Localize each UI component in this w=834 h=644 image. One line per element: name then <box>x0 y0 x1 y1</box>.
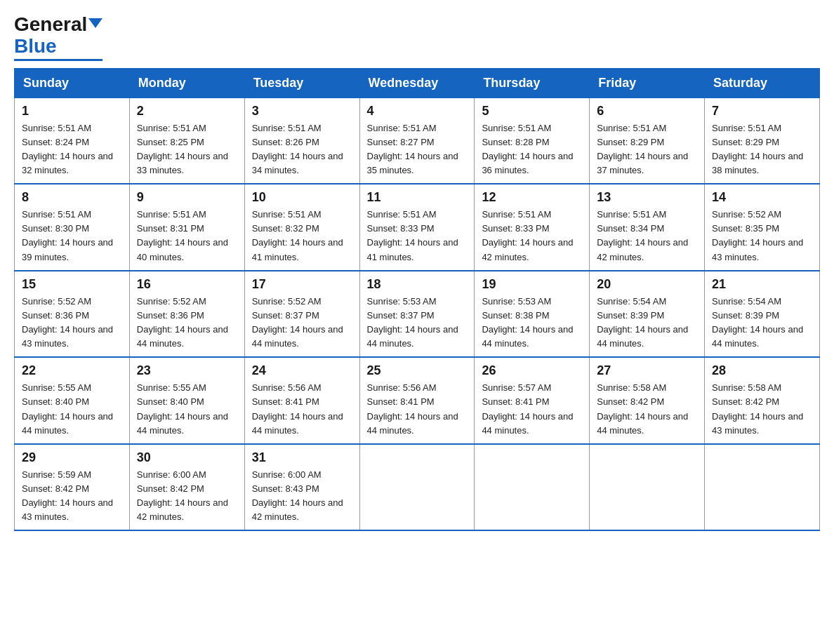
logo-underline <box>14 59 102 61</box>
calendar-cell: 26Sunrise: 5:57 AMSunset: 8:41 PMDayligh… <box>475 357 590 444</box>
day-number: 2 <box>137 104 237 119</box>
day-number: 6 <box>597 104 697 119</box>
day-number: 17 <box>252 277 352 292</box>
calendar-cell <box>359 444 475 531</box>
calendar-cell: 31Sunrise: 6:00 AMSunset: 8:43 PMDayligh… <box>244 444 359 531</box>
day-info: Sunrise: 5:52 AMSunset: 8:36 PMDaylight:… <box>137 295 237 351</box>
calendar-week-1: 1Sunrise: 5:51 AMSunset: 8:24 PMDaylight… <box>15 98 820 184</box>
calendar-cell: 4Sunrise: 5:51 AMSunset: 8:27 PMDaylight… <box>359 98 475 184</box>
calendar-cell: 18Sunrise: 5:53 AMSunset: 8:37 PMDayligh… <box>359 271 475 358</box>
day-number: 12 <box>482 190 582 205</box>
day-info: Sunrise: 5:51 AMSunset: 8:30 PMDaylight:… <box>22 208 122 264</box>
day-number: 9 <box>137 190 237 205</box>
day-number: 3 <box>252 104 352 119</box>
day-number: 4 <box>367 104 468 119</box>
calendar-cell: 16Sunrise: 5:52 AMSunset: 8:36 PMDayligh… <box>129 271 244 358</box>
day-info: Sunrise: 5:51 AMSunset: 8:32 PMDaylight:… <box>252 208 352 264</box>
day-number: 29 <box>22 450 122 465</box>
weekday-header-monday: Monday <box>129 68 244 98</box>
day-number: 8 <box>22 190 122 205</box>
calendar-week-3: 15Sunrise: 5:52 AMSunset: 8:36 PMDayligh… <box>15 271 820 358</box>
logo: General Blue <box>14 14 102 61</box>
day-number: 11 <box>367 190 468 205</box>
calendar-cell: 28Sunrise: 5:58 AMSunset: 8:42 PMDayligh… <box>705 357 820 444</box>
calendar-cell: 20Sunrise: 5:54 AMSunset: 8:39 PMDayligh… <box>590 271 705 358</box>
weekday-header-saturday: Saturday <box>705 68 820 98</box>
day-info: Sunrise: 5:54 AMSunset: 8:39 PMDaylight:… <box>712 295 812 351</box>
calendar-cell: 14Sunrise: 5:52 AMSunset: 8:35 PMDayligh… <box>705 184 820 271</box>
weekday-header-thursday: Thursday <box>475 68 590 98</box>
calendar-cell: 17Sunrise: 5:52 AMSunset: 8:37 PMDayligh… <box>244 271 359 358</box>
calendar-cell: 2Sunrise: 5:51 AMSunset: 8:25 PMDaylight… <box>129 98 244 184</box>
day-info: Sunrise: 5:59 AMSunset: 8:42 PMDaylight:… <box>22 468 122 525</box>
day-info: Sunrise: 5:51 AMSunset: 8:31 PMDaylight:… <box>137 208 237 264</box>
day-info: Sunrise: 5:56 AMSunset: 8:41 PMDaylight:… <box>252 381 352 438</box>
day-number: 27 <box>597 363 697 378</box>
day-number: 7 <box>712 104 812 119</box>
day-number: 21 <box>712 277 812 292</box>
calendar-cell: 24Sunrise: 5:56 AMSunset: 8:41 PMDayligh… <box>244 357 359 444</box>
calendar-header: SundayMondayTuesdayWednesdayThursdayFrid… <box>15 68 820 98</box>
day-info: Sunrise: 5:53 AMSunset: 8:38 PMDaylight:… <box>482 295 582 351</box>
day-info: Sunrise: 5:51 AMSunset: 8:28 PMDaylight:… <box>482 121 582 178</box>
calendar-cell: 29Sunrise: 5:59 AMSunset: 8:42 PMDayligh… <box>15 444 130 531</box>
day-number: 18 <box>367 277 468 292</box>
day-info: Sunrise: 6:00 AMSunset: 8:43 PMDaylight:… <box>252 468 352 525</box>
page-header: General Blue <box>14 14 820 61</box>
day-number: 1 <box>22 104 122 119</box>
day-info: Sunrise: 5:52 AMSunset: 8:35 PMDaylight:… <box>712 208 812 264</box>
day-number: 20 <box>597 277 697 292</box>
calendar-week-4: 22Sunrise: 5:55 AMSunset: 8:40 PMDayligh… <box>15 357 820 444</box>
day-info: Sunrise: 5:55 AMSunset: 8:40 PMDaylight:… <box>22 381 122 438</box>
calendar-cell: 9Sunrise: 5:51 AMSunset: 8:31 PMDaylight… <box>129 184 244 271</box>
day-number: 24 <box>252 363 352 378</box>
calendar-cell: 23Sunrise: 5:55 AMSunset: 8:40 PMDayligh… <box>129 357 244 444</box>
calendar-cell: 11Sunrise: 5:51 AMSunset: 8:33 PMDayligh… <box>359 184 475 271</box>
day-info: Sunrise: 6:00 AMSunset: 8:42 PMDaylight:… <box>137 468 237 525</box>
day-number: 10 <box>252 190 352 205</box>
day-number: 5 <box>482 104 582 119</box>
calendar-cell: 25Sunrise: 5:56 AMSunset: 8:41 PMDayligh… <box>359 357 475 444</box>
day-info: Sunrise: 5:57 AMSunset: 8:41 PMDaylight:… <box>482 381 582 438</box>
day-info: Sunrise: 5:51 AMSunset: 8:26 PMDaylight:… <box>252 121 352 178</box>
day-number: 19 <box>482 277 582 292</box>
day-number: 14 <box>712 190 812 205</box>
day-number: 30 <box>137 450 237 465</box>
calendar-cell: 3Sunrise: 5:51 AMSunset: 8:26 PMDaylight… <box>244 98 359 184</box>
day-info: Sunrise: 5:54 AMSunset: 8:39 PMDaylight:… <box>597 295 697 351</box>
day-number: 23 <box>137 363 237 378</box>
logo-general: General <box>14 13 87 35</box>
day-info: Sunrise: 5:53 AMSunset: 8:37 PMDaylight:… <box>367 295 468 351</box>
day-info: Sunrise: 5:58 AMSunset: 8:42 PMDaylight:… <box>712 381 812 438</box>
day-info: Sunrise: 5:56 AMSunset: 8:41 PMDaylight:… <box>367 381 468 438</box>
logo-text: General Blue <box>14 14 102 58</box>
calendar-cell: 7Sunrise: 5:51 AMSunset: 8:29 PMDaylight… <box>705 98 820 184</box>
day-number: 16 <box>137 277 237 292</box>
day-number: 13 <box>597 190 697 205</box>
calendar-cell: 5Sunrise: 5:51 AMSunset: 8:28 PMDaylight… <box>475 98 590 184</box>
day-info: Sunrise: 5:51 AMSunset: 8:25 PMDaylight:… <box>137 121 237 178</box>
calendar-cell: 8Sunrise: 5:51 AMSunset: 8:30 PMDaylight… <box>15 184 130 271</box>
calendar-cell: 27Sunrise: 5:58 AMSunset: 8:42 PMDayligh… <box>590 357 705 444</box>
weekday-header-tuesday: Tuesday <box>244 68 359 98</box>
day-info: Sunrise: 5:51 AMSunset: 8:29 PMDaylight:… <box>597 121 697 178</box>
weekday-header-wednesday: Wednesday <box>359 68 475 98</box>
calendar-table: SundayMondayTuesdayWednesdayThursdayFrid… <box>14 68 820 532</box>
calendar-cell: 1Sunrise: 5:51 AMSunset: 8:24 PMDaylight… <box>15 98 130 184</box>
calendar-cell <box>705 444 820 531</box>
calendar-cell: 6Sunrise: 5:51 AMSunset: 8:29 PMDaylight… <box>590 98 705 184</box>
calendar-week-2: 8Sunrise: 5:51 AMSunset: 8:30 PMDaylight… <box>15 184 820 271</box>
calendar-cell <box>475 444 590 531</box>
logo-triangle-icon <box>88 18 102 28</box>
day-info: Sunrise: 5:51 AMSunset: 8:29 PMDaylight:… <box>712 121 812 178</box>
calendar-cell: 15Sunrise: 5:52 AMSunset: 8:36 PMDayligh… <box>15 271 130 358</box>
day-info: Sunrise: 5:51 AMSunset: 8:33 PMDaylight:… <box>367 208 468 264</box>
calendar-cell: 10Sunrise: 5:51 AMSunset: 8:32 PMDayligh… <box>244 184 359 271</box>
logo-blue: Blue <box>14 35 57 57</box>
calendar-cell: 19Sunrise: 5:53 AMSunset: 8:38 PMDayligh… <box>475 271 590 358</box>
day-info: Sunrise: 5:58 AMSunset: 8:42 PMDaylight:… <box>597 381 697 438</box>
day-info: Sunrise: 5:51 AMSunset: 8:33 PMDaylight:… <box>482 208 582 264</box>
calendar-cell <box>590 444 705 531</box>
calendar-week-5: 29Sunrise: 5:59 AMSunset: 8:42 PMDayligh… <box>15 444 820 531</box>
calendar-cell: 13Sunrise: 5:51 AMSunset: 8:34 PMDayligh… <box>590 184 705 271</box>
